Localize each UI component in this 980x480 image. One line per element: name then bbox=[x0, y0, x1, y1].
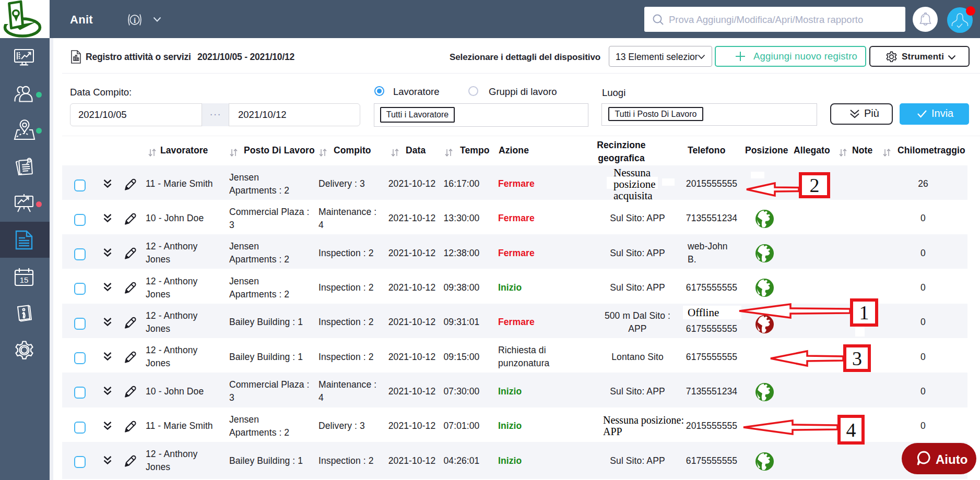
svg-text:15: 15 bbox=[20, 275, 29, 284]
svg-text:i: i bbox=[134, 16, 136, 25]
